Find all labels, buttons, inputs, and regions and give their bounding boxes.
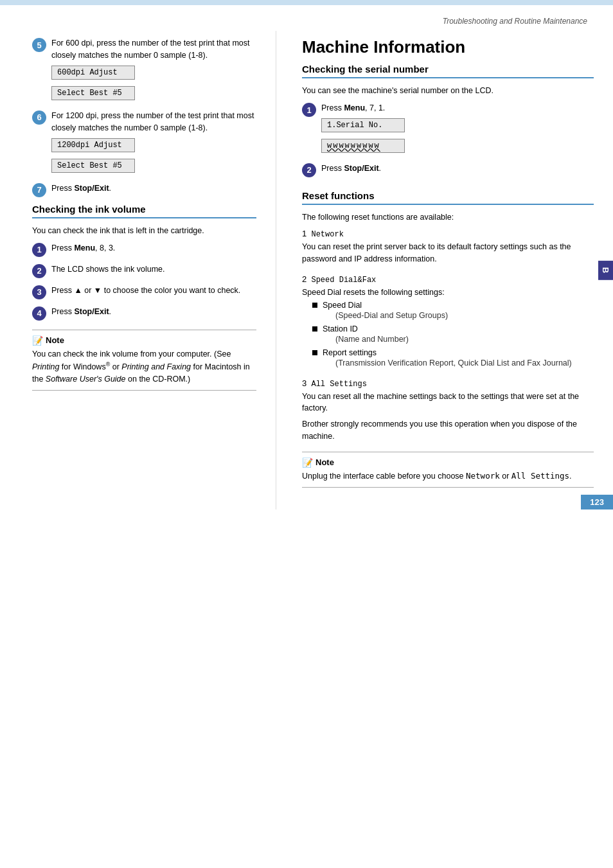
reset-2-num: 2 Speed Dial&Fax (302, 274, 594, 285)
step-6-circle: 6 (32, 111, 46, 125)
reset-note-box: 📝 Note Unplug the interface cable before… (302, 452, 594, 488)
note-icon: 📝 (32, 335, 43, 346)
ink-step-3: 3 Press ▲ or ▼ to choose the color you w… (32, 285, 256, 299)
reset-2-desc: Speed Dial resets the following settings… (302, 287, 594, 299)
lcd-serial-wavy: wwwwwwwww (321, 139, 405, 153)
bullet-report: Report settings (Transmission Verificati… (312, 348, 594, 369)
bullet-report-label: Report settings (Transmission Verificati… (323, 348, 572, 369)
right-column: Machine Information Checking the serial … (276, 31, 613, 509)
ink-step-3-content: Press ▲ or ▼ to choose the color you wan… (51, 285, 256, 297)
ink-step-1-content: Press Menu, 8, 3. (51, 242, 256, 254)
step-6-text: For 1200 dpi, press the number of the te… (51, 110, 256, 135)
ink-step-2-text: The LCD shows the ink volume. (51, 263, 256, 276)
serial-step-1-circle: 1 (302, 103, 316, 117)
serial-step-2-circle: 2 (302, 163, 316, 177)
step-5: 5 For 600 dpi, press the number of the t… (32, 37, 256, 103)
reset-item-1: 1 Network You can reset the print server… (302, 229, 594, 265)
reset-heading: Reset functions (302, 190, 594, 205)
ink-step-2-content: The LCD shows the ink volume. (51, 263, 256, 276)
reset-note-label: Note (315, 457, 334, 467)
reset-3-code: All Settings (311, 380, 366, 389)
bullet-speed-dial: Speed Dial (Speed-Dial and Setup Groups) (312, 301, 594, 322)
step-5-content: For 600 dpi, press the number of the tes… (51, 37, 256, 103)
ink-note-text: You can check the ink volume from your c… (32, 348, 256, 385)
lcd-select-best-5a: Select Best #5 (51, 86, 135, 100)
reset-note-title: 📝 Note (302, 457, 594, 468)
ink-step-2: 2 The LCD shows the ink volume. (32, 263, 256, 278)
ink-step-1: 1 Press Menu, 8, 3. (32, 242, 256, 257)
bullet-square-1 (312, 303, 317, 308)
reset-note-icon: 📝 (302, 457, 313, 468)
step-7-text: Press Stop/Exit. (51, 182, 256, 195)
reset-1-num: 1 Network (302, 229, 594, 239)
step-6: 6 For 1200 dpi, press the number of the … (32, 110, 256, 176)
reset-3-desc1: You can reset all the machine settings b… (302, 391, 594, 415)
ink-step-4: 4 Press Stop/Exit. (32, 306, 256, 321)
reset-intro: The following reset functions are availa… (302, 211, 594, 224)
reset-2-code: Speed Dial&Fax (311, 276, 376, 285)
header-text: Troubleshooting and Routine Maintenance (443, 17, 587, 26)
lcd-select-best-5b: Select Best #5 (51, 159, 135, 173)
step-7-circle: 7 (32, 183, 46, 197)
page-header: Troubleshooting and Routine Maintenance (0, 5, 613, 31)
reset-note-text: Unplug the interface cable before you ch… (302, 470, 594, 483)
bullet-square-2 (312, 326, 317, 332)
reset-item-3: 3 All Settings You can reset all the mac… (302, 378, 594, 443)
bullet-speed-dial-sub: (Speed-Dial and Setup Groups) (335, 310, 448, 322)
serial-step-2-content: Press Stop/Exit. (321, 163, 594, 175)
reset-3-num: 3 All Settings (302, 378, 594, 389)
ink-step-1-circle: 1 (32, 243, 46, 257)
reset-note-code1: Network (466, 471, 500, 481)
step-7-content: Press Stop/Exit. (51, 182, 256, 195)
machine-info-heading: Machine Information (302, 37, 594, 60)
bullet-station-id: Station ID (Name and Number) (312, 324, 594, 346)
step-7: 7 Press Stop/Exit. (32, 182, 256, 197)
top-bar (0, 0, 613, 5)
ink-note-box: 📝 Note You can check the ink volume from… (32, 330, 256, 391)
reset-1-code: Network (311, 230, 343, 239)
bullet-station-id-sub: (Name and Number) (335, 333, 409, 346)
step-5-circle: 5 (32, 38, 46, 52)
bullet-station-id-label: Station ID (Name and Number) (323, 324, 409, 346)
ink-section-heading: Checking the ink volume (32, 204, 256, 218)
serial-step-2: 2 Press Stop/Exit. (302, 163, 594, 177)
left-column: 5 For 600 dpi, press the number of the t… (0, 31, 276, 509)
ink-note-title: 📝 Note (32, 335, 256, 346)
reset-note-code2: All Settings (511, 471, 569, 481)
ink-step-3-circle: 3 (32, 285, 46, 299)
serial-step-1-text: Press Menu, 7, 1. (321, 102, 594, 114)
serial-step-1: 1 Press Menu, 7, 1. 1.Serial No. wwwwwww… (302, 102, 594, 155)
ink-step-3-text: Press ▲ or ▼ to choose the color you wan… (51, 285, 256, 297)
bullet-report-sub: (Transmission Verification Report, Quick… (335, 357, 572, 369)
lcd-1200dpi: 1200dpi Adjust (51, 138, 135, 152)
ink-step-4-content: Press Stop/Exit. (51, 306, 256, 318)
reset-item-2: 2 Speed Dial&Fax Speed Dial resets the f… (302, 274, 594, 369)
bullet-square-3 (312, 350, 317, 355)
serial-heading: Checking the serial number (302, 64, 594, 78)
content-wrapper: 5 For 600 dpi, press the number of the t… (0, 31, 613, 535)
serial-step-2-text: Press Stop/Exit. (321, 163, 594, 175)
serial-intro: You can see the machine's serial number … (302, 85, 594, 97)
reset-3-desc2: Brother strongly recommends you use this… (302, 418, 594, 443)
ink-intro: You can check the ink that is left in th… (32, 225, 256, 237)
ink-step-2-circle: 2 (32, 264, 46, 278)
serial-step-1-content: Press Menu, 7, 1. 1.Serial No. wwwwwwwww (321, 102, 594, 155)
ink-note-label: Note (46, 335, 64, 345)
step-7-bold: Stop/Exit (74, 184, 109, 193)
ink-step-4-circle: 4 (32, 306, 46, 321)
step-6-content: For 1200 dpi, press the number of the te… (51, 110, 256, 176)
wavy-serial: wwwwwwwww (327, 141, 380, 150)
ink-step-1-text: Press Menu, 8, 3. (51, 242, 256, 254)
lcd-600dpi: 600dpi Adjust (51, 66, 135, 80)
reset-1-desc: You can reset the print server back to i… (302, 241, 594, 265)
lcd-serial-no: 1.Serial No. (321, 118, 405, 132)
page-number: 123 (581, 495, 613, 509)
ink-step-4-text: Press Stop/Exit. (51, 306, 256, 318)
step-5-text: For 600 dpi, press the number of the tes… (51, 37, 256, 62)
side-tab: B (598, 260, 613, 279)
bullet-speed-dial-label: Speed Dial (Speed-Dial and Setup Groups) (323, 301, 448, 322)
